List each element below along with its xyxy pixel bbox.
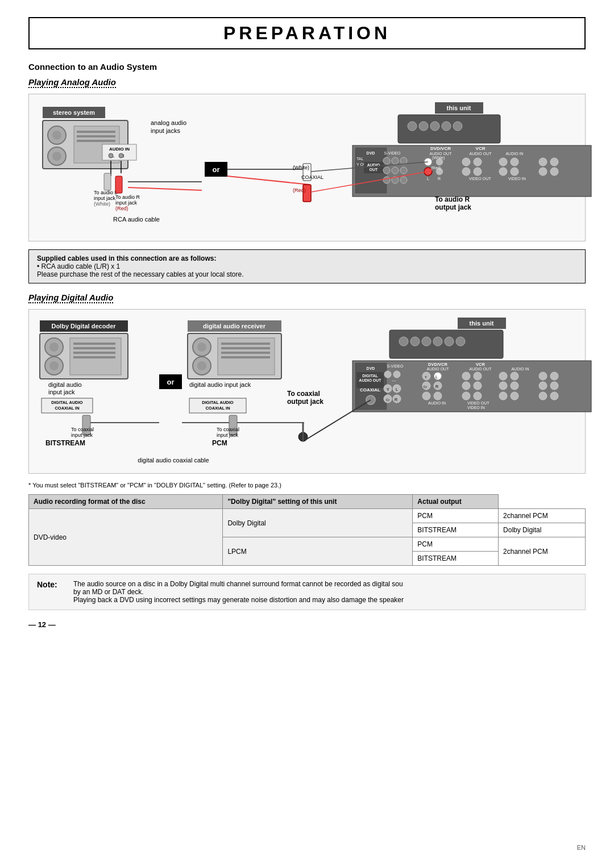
svg-point-206 (499, 382, 507, 390)
svg-point-94 (539, 168, 547, 176)
svg-text:stereo system: stereo system (53, 109, 95, 116)
svg-text:(White): (White) (293, 165, 309, 170)
svg-text:DVD/VCR: DVD/VCR (430, 146, 451, 151)
subsection1-heading: Playing Analog Audio (28, 77, 116, 88)
svg-text:To audio R: To audio R (115, 194, 140, 200)
table-row: DVD-video Dolby Digital PCM 2channel PCM (29, 509, 586, 523)
svg-text:L: L (396, 387, 398, 391)
svg-point-62 (400, 157, 407, 164)
svg-text:digital audio coaxial cable: digital audio coaxial cable (138, 457, 209, 464)
page-title: PREPARATION (28, 17, 586, 49)
svg-text:Cr: Cr (386, 398, 389, 402)
svg-text:COAXIAL: COAXIAL (360, 387, 380, 393)
svg-text:PCM: PCM (212, 439, 227, 447)
svg-text:Cr: Cr (424, 385, 427, 389)
svg-text:input jack: input jack (217, 432, 239, 438)
svg-rect-10 (77, 140, 115, 142)
svg-rect-9 (77, 135, 115, 137)
svg-text:this unit: this unit (470, 320, 494, 327)
svg-text:AUDIO IN: AUDIO IN (505, 152, 523, 156)
svg-text:COAXIAL IN: COAXIAL IN (55, 406, 79, 411)
svg-text:AUDIO OUT: AUDIO OUT (470, 152, 492, 156)
svg-rect-132 (221, 347, 270, 349)
svg-point-16 (119, 153, 123, 158)
svg-text:S-VIDEO: S-VIDEO (384, 151, 401, 155)
svg-point-93 (550, 158, 558, 166)
disc-type-cell: DVD-video (29, 509, 223, 566)
setting-cell-1: PCM (413, 509, 499, 523)
svg-rect-111 (73, 356, 115, 358)
svg-text:VCR: VCR (476, 146, 486, 151)
svg-text:R: R (438, 177, 441, 181)
svg-point-47 (442, 122, 451, 131)
output-cell-1: 2channel PCM (499, 509, 586, 523)
svg-point-211 (550, 372, 558, 380)
format-cell-2: LPCM (223, 537, 413, 566)
svg-rect-8 (77, 131, 115, 133)
svg-text:COAXIAL: COAXIAL (301, 174, 323, 180)
svg-point-207 (511, 382, 518, 390)
output-cell-2: Dolby Digital (499, 523, 586, 537)
svg-line-216 (303, 400, 371, 441)
svg-text:RCA audio cable: RCA audio cable (113, 216, 160, 223)
svg-text:input jack: input jack (115, 200, 138, 206)
footnote: * You must select "BITSTREAM" or "PCM" i… (28, 482, 586, 489)
svg-point-209 (511, 392, 518, 400)
svg-point-169 (384, 371, 391, 378)
svg-point-48 (453, 122, 462, 131)
svg-point-155 (410, 337, 420, 346)
svg-point-198 (462, 382, 470, 390)
supplied-box-item1: • RCA audio cable (L/R) x 1 (37, 262, 120, 270)
svg-point-61 (392, 157, 399, 164)
setting-cell-4: BITSTREAM (413, 552, 499, 566)
svg-point-158 (445, 337, 454, 346)
svg-point-106 (49, 361, 59, 370)
svg-point-63 (383, 167, 390, 174)
svg-rect-21 (104, 173, 111, 190)
svg-line-33 (128, 187, 202, 190)
table-col3: Actual output (413, 495, 499, 509)
svg-text:digital audio receiver: digital audio receiver (203, 323, 266, 329)
svg-point-197 (474, 372, 482, 380)
svg-point-65 (400, 167, 407, 174)
svg-text:VIDEO IN: VIDEO IN (467, 406, 485, 410)
svg-line-35 (227, 176, 310, 185)
svg-text:R: R (435, 385, 438, 389)
svg-text:Dolby Digital decoder: Dolby Digital decoder (51, 323, 116, 329)
note-line2: by an MD or DAT deck. (73, 588, 144, 596)
svg-text:AUDIO OUT: AUDIO OUT (427, 367, 450, 371)
svg-point-204 (499, 372, 507, 380)
svg-point-196 (462, 372, 470, 380)
setting-cell-2: BITSTREAM (413, 523, 499, 537)
svg-text:VCR: VCR (476, 362, 485, 367)
svg-point-66 (383, 177, 390, 183)
svg-point-92 (539, 158, 547, 166)
svg-point-194 (434, 392, 442, 400)
svg-point-201 (474, 392, 482, 400)
svg-point-87 (499, 158, 507, 166)
svg-point-88 (511, 158, 518, 166)
svg-text:analog audio: analog audio (151, 119, 186, 126)
svg-text:or: or (213, 165, 220, 174)
svg-text:AUDIO OUT: AUDIO OUT (430, 152, 453, 156)
svg-text:S-VIDEO: S-VIDEO (387, 364, 404, 368)
svg-text:To coaxial: To coaxial (287, 390, 320, 398)
language-label: EN (577, 844, 586, 851)
svg-text:output jack: output jack (435, 203, 471, 211)
digital-diagram-svg: Dolby Digital decoder digital audio inpu… (37, 318, 594, 465)
svg-text:digital audio: digital audio (48, 381, 82, 388)
svg-text:input jacks: input jacks (151, 127, 180, 134)
svg-point-4 (52, 131, 61, 140)
svg-point-193 (422, 392, 430, 400)
svg-point-90 (511, 168, 518, 176)
svg-point-82 (462, 158, 470, 166)
svg-point-68 (400, 177, 407, 183)
svg-point-157 (433, 337, 442, 346)
svg-point-45 (419, 122, 428, 131)
svg-rect-109 (73, 347, 115, 349)
svg-text:Y: Y (387, 387, 389, 391)
svg-text:AUDIO IN: AUDIO IN (428, 401, 446, 405)
note-line3: Playing back a DVD using incorrect setti… (73, 596, 404, 604)
svg-rect-133 (221, 352, 270, 354)
note-content: The audio source on a disc in a Dolby Di… (73, 580, 404, 604)
